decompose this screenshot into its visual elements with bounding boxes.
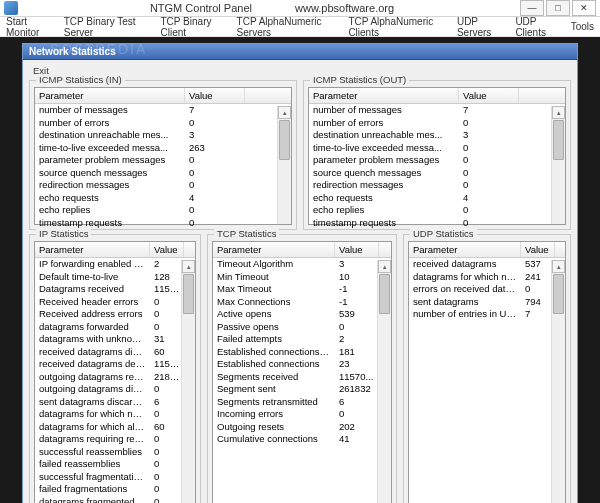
list-row[interactable]: Active opens 539 bbox=[213, 308, 391, 321]
list-row[interactable]: parameter problem messages 0 bbox=[35, 154, 291, 167]
list-row[interactable]: outgoing datagrams requested 218614 bbox=[35, 371, 195, 384]
list-row[interactable]: Default time-to-live 128 bbox=[35, 271, 195, 284]
list-row[interactable]: datagrams for which no route 0 bbox=[35, 408, 195, 421]
col-value[interactable]: Value bbox=[459, 88, 519, 103]
list-row[interactable]: failed fragmentations 0 bbox=[35, 483, 195, 496]
col-parameter[interactable]: Parameter bbox=[409, 242, 521, 257]
list-row[interactable]: source quench messages 0 bbox=[309, 167, 565, 180]
list-row[interactable]: echo replies 0 bbox=[35, 204, 291, 217]
list-row[interactable]: number of entries in UDP list... 7 bbox=[409, 308, 565, 321]
list-row[interactable]: datagrams for which no port 241 bbox=[409, 271, 565, 284]
menu-tools[interactable]: Tools bbox=[571, 21, 594, 32]
list-row[interactable]: Max Connections -1 bbox=[213, 296, 391, 309]
col-value[interactable]: Value bbox=[521, 242, 555, 257]
list-row[interactable]: received datagrams delivered 11578... bbox=[35, 358, 195, 371]
scroll-thumb[interactable] bbox=[553, 274, 564, 314]
list-row[interactable]: echo replies 0 bbox=[309, 204, 565, 217]
list-row[interactable]: Passive opens 0 bbox=[213, 321, 391, 334]
list-row[interactable]: Segment sent 261832 bbox=[213, 383, 391, 396]
scrollbar[interactable]: ▴ bbox=[377, 260, 391, 503]
list-row[interactable]: datagrams forwarded 0 bbox=[35, 321, 195, 334]
list-row[interactable]: outgoing datagrams discarded 0 bbox=[35, 383, 195, 396]
menu-start-monitor[interactable]: Start Monitor bbox=[6, 16, 54, 38]
list-row[interactable]: echo requests 4 bbox=[35, 192, 291, 205]
scroll-thumb[interactable] bbox=[553, 120, 564, 160]
icmp-in-list[interactable]: Parameter Value number of messages 7 num… bbox=[34, 87, 292, 225]
scroll-up-icon[interactable]: ▴ bbox=[552, 260, 565, 273]
tcp-list[interactable]: Parameter Value Timeout Algorithm 3 Min … bbox=[212, 241, 392, 503]
scroll-up-icon[interactable]: ▴ bbox=[278, 106, 291, 119]
col-parameter[interactable]: Parameter bbox=[213, 242, 335, 257]
menu-udp-servers[interactable]: UDP Servers bbox=[457, 16, 505, 38]
list-row[interactable]: Datagrams received 11576... bbox=[35, 283, 195, 296]
scroll-up-icon[interactable]: ▴ bbox=[182, 260, 195, 273]
list-row[interactable]: source quench messages 0 bbox=[35, 167, 291, 180]
scrollbar[interactable]: ▴ bbox=[551, 106, 565, 224]
col-parameter[interactable]: Parameter bbox=[309, 88, 459, 103]
list-row[interactable]: datagrams fragmented 0 bbox=[35, 496, 195, 504]
maximize-button[interactable]: □ bbox=[546, 0, 570, 16]
list-row[interactable]: number of errors 0 bbox=[35, 117, 291, 130]
list-row[interactable]: echo requests 4 bbox=[309, 192, 565, 205]
list-row[interactable]: sent datagrams 794 bbox=[409, 296, 565, 309]
menu-tcp-binary-client[interactable]: TCP Binary Client bbox=[161, 16, 227, 38]
menu-tcp-alpha-servers[interactable]: TCP AlphaNumeric Servers bbox=[237, 16, 339, 38]
scrollbar[interactable]: ▴ bbox=[277, 106, 291, 224]
list-row[interactable]: destination unreachable mes... 3 bbox=[35, 129, 291, 142]
cell-param: Received header errors bbox=[35, 296, 150, 309]
list-row[interactable]: failed reassemblies 0 bbox=[35, 458, 195, 471]
list-row[interactable]: redirection messages 0 bbox=[35, 179, 291, 192]
list-row[interactable]: Established connections 23 bbox=[213, 358, 391, 371]
scroll-thumb[interactable] bbox=[183, 274, 194, 314]
scroll-thumb[interactable] bbox=[379, 274, 390, 314]
list-row[interactable]: errors on received datagrams 0 bbox=[409, 283, 565, 296]
menu-tcp-alpha-clients[interactable]: TCP AlphaNumeric Clients bbox=[348, 16, 447, 38]
minimize-button[interactable]: — bbox=[520, 0, 544, 16]
list-row[interactable]: Min Timeout 10 bbox=[213, 271, 391, 284]
scroll-up-icon[interactable]: ▴ bbox=[552, 106, 565, 119]
list-row[interactable]: datagrams requiring reassembly 0 bbox=[35, 433, 195, 446]
scroll-up-icon[interactable]: ▴ bbox=[378, 260, 391, 273]
list-row[interactable]: Segments retransmitted 6 bbox=[213, 396, 391, 409]
col-parameter[interactable]: Parameter bbox=[35, 242, 150, 257]
list-row[interactable]: redirection messages 0 bbox=[309, 179, 565, 192]
list-row[interactable]: Received address errors 0 bbox=[35, 308, 195, 321]
list-row[interactable]: Failed attempts 2 bbox=[213, 333, 391, 346]
col-parameter[interactable]: Parameter bbox=[35, 88, 185, 103]
menu-udp-clients[interactable]: UDP Clients bbox=[515, 16, 560, 38]
list-row[interactable]: Max Timeout -1 bbox=[213, 283, 391, 296]
list-row[interactable]: successful fragmentations 0 bbox=[35, 471, 195, 484]
list-row[interactable]: received datagrams discarded 60 bbox=[35, 346, 195, 359]
list-row[interactable]: Outgoing resets 202 bbox=[213, 421, 391, 434]
col-value[interactable]: Value bbox=[185, 88, 245, 103]
col-value[interactable]: Value bbox=[150, 242, 184, 257]
list-row[interactable]: Incoming errors 0 bbox=[213, 408, 391, 421]
list-row[interactable]: Cumulative connections 41 bbox=[213, 433, 391, 446]
scrollbar[interactable]: ▴ bbox=[551, 260, 565, 503]
list-row[interactable]: successful reassemblies 0 bbox=[35, 446, 195, 459]
list-row[interactable]: Received header errors 0 bbox=[35, 296, 195, 309]
list-row[interactable]: received datagrams 537 bbox=[409, 258, 565, 271]
list-row[interactable]: Timeout Algorithm 3 bbox=[213, 258, 391, 271]
list-row[interactable]: datagrams for which all frag... 60 bbox=[35, 421, 195, 434]
udp-list[interactable]: Parameter Value received datagrams 537 d… bbox=[408, 241, 566, 503]
list-row[interactable]: number of messages 7 bbox=[309, 104, 565, 117]
menu-tcp-binary-test-server[interactable]: TCP Binary Test Server bbox=[64, 16, 151, 38]
ip-list[interactable]: Parameter Value IP forwarding enabled or… bbox=[34, 241, 196, 503]
list-row[interactable]: Segments received 11570... bbox=[213, 371, 391, 384]
scroll-thumb[interactable] bbox=[279, 120, 290, 160]
icmp-out-list[interactable]: Parameter Value number of messages 7 num… bbox=[308, 87, 566, 225]
list-row[interactable]: time-to-live exceeded messa... 263 bbox=[35, 142, 291, 155]
list-row[interactable]: time-to-live exceeded messa... 0 bbox=[309, 142, 565, 155]
list-row[interactable]: number of errors 0 bbox=[309, 117, 565, 130]
list-row[interactable]: destination unreachable mes... 3 bbox=[309, 129, 565, 142]
list-row[interactable]: IP forwarding enabled or disa... 2 bbox=[35, 258, 195, 271]
scrollbar[interactable]: ▴ bbox=[181, 260, 195, 503]
list-row[interactable]: datagrams with unknown pro... 31 bbox=[35, 333, 195, 346]
list-row[interactable]: parameter problem messages 0 bbox=[309, 154, 565, 167]
col-value[interactable]: Value bbox=[335, 242, 379, 257]
list-row[interactable]: Established connections reset 181 bbox=[213, 346, 391, 359]
close-button[interactable]: ✕ bbox=[572, 0, 596, 16]
list-row[interactable]: sent datagrams discarded 6 bbox=[35, 396, 195, 409]
list-row[interactable]: number of messages 7 bbox=[35, 104, 291, 117]
